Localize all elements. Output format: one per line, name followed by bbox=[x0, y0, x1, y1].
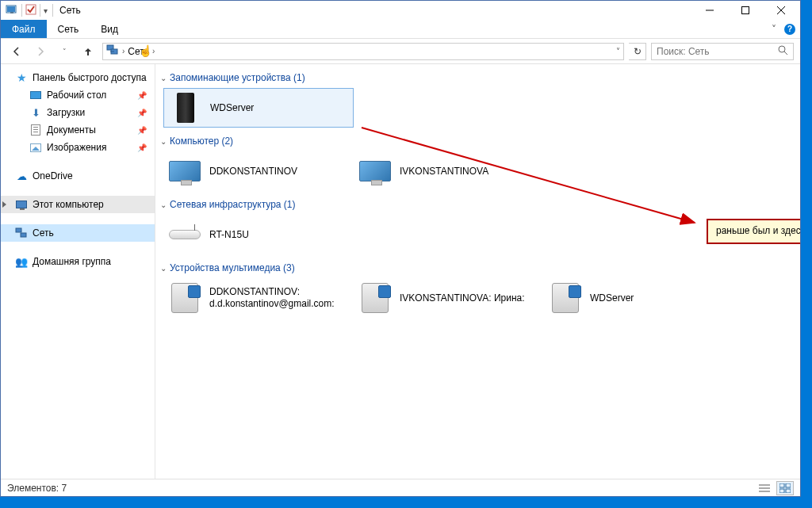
search-input[interactable] bbox=[657, 46, 768, 57]
cursor-icon: ☝ bbox=[139, 44, 152, 57]
recent-locations-button[interactable]: ˅ bbox=[55, 42, 74, 61]
forward-button[interactable] bbox=[31, 42, 50, 61]
app-icon bbox=[6, 3, 18, 18]
media-device-icon bbox=[168, 281, 201, 315]
pin-icon: 📌 bbox=[137, 109, 147, 117]
network-icon bbox=[106, 44, 119, 59]
help-icon[interactable]: ? bbox=[784, 24, 795, 35]
tile-media-ivkonstantinova[interactable]: IVKONSTANTINOVA: Ирина: bbox=[354, 278, 544, 318]
pin-icon: 📌 bbox=[137, 143, 147, 152]
view-tiles-button[interactable] bbox=[776, 481, 794, 495]
chevron-down-icon: ⌄ bbox=[160, 201, 167, 209]
sidebar-item-pictures[interactable]: Изображения 📌 bbox=[1, 139, 155, 156]
network-icon bbox=[15, 227, 28, 239]
svg-line-12 bbox=[784, 52, 787, 55]
chevron-down-icon: ⌄ bbox=[160, 74, 167, 82]
svg-rect-21 bbox=[786, 483, 791, 487]
window-controls bbox=[691, 1, 799, 20]
group-header-media[interactable]: ⌄ Устройства мультимедиа (3) bbox=[159, 259, 797, 277]
view-details-button[interactable] bbox=[756, 481, 773, 495]
sidebar-item-documents[interactable]: Документы 📌 bbox=[1, 121, 155, 139]
address-bar[interactable]: › Сеть ☝ › ˅ bbox=[102, 43, 624, 60]
search-icon[interactable] bbox=[778, 45, 788, 58]
back-button[interactable] bbox=[7, 42, 26, 61]
svg-rect-20 bbox=[779, 483, 784, 487]
address-dropdown-icon[interactable]: ˅ bbox=[616, 47, 620, 55]
tile-media-wdserver[interactable]: WDServer bbox=[544, 278, 734, 318]
tab-network[interactable]: Сеть bbox=[47, 20, 90, 38]
navigation-pane: ★ Панель быстрого доступа Рабочий стол 📌… bbox=[1, 64, 155, 479]
chevron-down-icon: ⌄ bbox=[160, 264, 167, 273]
sidebar-item-onedrive[interactable]: ☁ OneDrive bbox=[1, 167, 155, 185]
pin-icon: 📌 bbox=[137, 126, 147, 135]
svg-rect-14 bbox=[21, 233, 26, 237]
refresh-button[interactable]: ↻ bbox=[629, 43, 646, 60]
separator bbox=[21, 4, 22, 17]
tile-ddkonstantinov-pc[interactable]: DDKONSTANTINOV bbox=[163, 151, 354, 191]
chevron-right-icon[interactable]: › bbox=[152, 47, 155, 55]
onedrive-icon: ☁ bbox=[15, 170, 28, 182]
ribbon-expand-icon[interactable]: ˅ bbox=[772, 24, 776, 35]
sidebar-item-this-pc[interactable]: Этот компьютер bbox=[1, 196, 155, 213]
close-button[interactable] bbox=[763, 1, 799, 20]
server-icon bbox=[169, 91, 202, 124]
homegroup-icon: 👥 bbox=[15, 255, 28, 268]
status-item-count: Элементов: 7 bbox=[7, 483, 67, 494]
svg-rect-0 bbox=[7, 6, 15, 12]
search-box[interactable] bbox=[651, 43, 794, 60]
router-icon bbox=[168, 218, 201, 251]
window-title: Сеть bbox=[59, 5, 81, 16]
navigation-bar: ˅ › Сеть ☝ › ˅ ↻ bbox=[1, 39, 800, 64]
pin-icon: 📌 bbox=[137, 91, 147, 100]
sidebar-item-network[interactable]: Сеть bbox=[1, 224, 155, 242]
explorer-window: ▾ Сеть Файл Сеть Вид ˅ ? ˅ › bbox=[0, 0, 801, 497]
minimize-button[interactable] bbox=[691, 1, 727, 20]
svg-rect-13 bbox=[16, 228, 21, 232]
star-icon: ★ bbox=[15, 71, 28, 84]
annotation-callout: раньше был и здесь bbox=[707, 219, 800, 244]
explorer-body: ★ Панель быстрого доступа Рабочий стол 📌… bbox=[1, 64, 800, 479]
breadcrumb-network[interactable]: Сеть ☝ bbox=[128, 46, 149, 57]
tile-ivkonstantinova-pc[interactable]: IVKONSTANTINOVA bbox=[354, 151, 544, 191]
qat-dropdown-icon[interactable]: ▾ bbox=[44, 6, 48, 15]
svg-rect-23 bbox=[786, 489, 791, 493]
sidebar-item-downloads[interactable]: ⬇ Загрузки 📌 bbox=[1, 104, 155, 121]
documents-icon bbox=[29, 124, 42, 136]
up-button[interactable] bbox=[79, 42, 98, 61]
sidebar-item-quick-access[interactable]: ★ Панель быстрого доступа bbox=[1, 69, 155, 86]
qat-properties-icon[interactable] bbox=[25, 4, 36, 17]
media-device-icon bbox=[358, 281, 392, 315]
computer-icon bbox=[358, 155, 392, 188]
separator bbox=[52, 4, 53, 17]
pc-icon bbox=[15, 198, 28, 211]
view-switcher bbox=[756, 481, 794, 495]
tile-router[interactable]: RT-N15U bbox=[163, 215, 354, 254]
desktop-icon bbox=[29, 89, 42, 101]
tile-media-ddkonstantinov[interactable]: DDKONSTANTINOV: d.d.konstantinov@gmail.c… bbox=[163, 278, 354, 318]
maximize-button[interactable] bbox=[727, 1, 763, 20]
group-header-storage[interactable]: ⌄ Запоминающие устройства (1) bbox=[159, 69, 797, 86]
svg-rect-5 bbox=[741, 7, 749, 14]
sidebar-item-desktop[interactable]: Рабочий стол 📌 bbox=[1, 86, 155, 104]
tile-wdserver-storage[interactable]: WDServer bbox=[163, 88, 354, 128]
tab-view[interactable]: Вид bbox=[90, 20, 129, 38]
chevron-down-icon: ⌄ bbox=[160, 137, 167, 146]
ribbon-tabs: Файл Сеть Вид ˅ ? bbox=[1, 20, 800, 39]
content-pane: ⌄ Запоминающие устройства (1) WDServer ⌄… bbox=[155, 64, 800, 479]
svg-rect-22 bbox=[779, 489, 784, 493]
group-header-infrastructure[interactable]: ⌄ Сетевая инфраструктура (1) bbox=[159, 196, 797, 213]
title-bar: ▾ Сеть bbox=[1, 1, 800, 20]
sidebar-item-homegroup[interactable]: 👥 Домашняя группа bbox=[1, 253, 155, 270]
media-device-icon bbox=[549, 281, 582, 315]
group-header-computers[interactable]: ⌄ Компьютер (2) bbox=[159, 132, 797, 150]
downloads-icon: ⬇ bbox=[29, 106, 42, 119]
chevron-right-icon[interactable]: › bbox=[122, 47, 124, 55]
quick-access-toolbar: ▾ bbox=[2, 3, 48, 18]
file-tab[interactable]: Файл bbox=[1, 20, 47, 38]
status-bar: Элементов: 7 bbox=[1, 479, 800, 496]
computer-icon bbox=[168, 155, 201, 188]
pictures-icon bbox=[29, 141, 42, 154]
svg-point-11 bbox=[779, 46, 785, 52]
separator bbox=[40, 4, 40, 17]
